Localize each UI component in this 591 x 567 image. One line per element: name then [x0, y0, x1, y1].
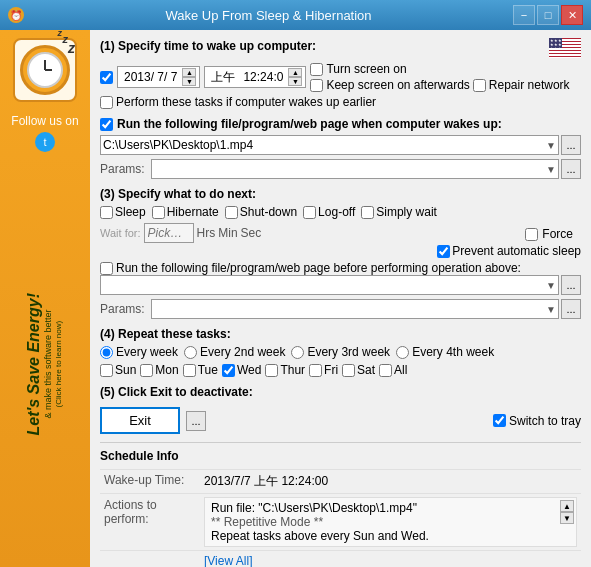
section2-label: Run the following file/program/web page …	[117, 117, 502, 131]
repair-network-checkbox[interactable]	[473, 79, 486, 92]
file-path-combo[interactable]: C:\Users\PK\Desktop\1.mp4 ▼	[100, 135, 559, 155]
logoff-option[interactable]: Log-off	[303, 205, 355, 219]
every-4th-radio[interactable]	[396, 346, 409, 359]
actions-cell: Run file: "C:\Users\PK\Desktop\1.mp4" **…	[200, 494, 581, 551]
date-field[interactable]: 2013/ 7/ 7 ▲ ▼	[117, 66, 200, 88]
day-sun[interactable]: Sun	[100, 363, 136, 377]
repair-network-label: Repair network	[489, 78, 570, 92]
hibernate-checkbox[interactable]	[152, 206, 165, 219]
every-week-option[interactable]: Every week	[100, 345, 178, 359]
run-before-path-row: ▼ ...	[100, 275, 581, 295]
view-all-link[interactable]: [View All]	[204, 554, 252, 567]
every-4th-label: Every 4th week	[412, 345, 494, 359]
save-energy-promo[interactable]: Let's Save Energy! & make this software …	[25, 293, 65, 436]
turn-screen-label: Turn screen on	[326, 62, 406, 76]
run-before-browse-button[interactable]: ...	[561, 275, 581, 295]
hibernate-option[interactable]: Hibernate	[152, 205, 219, 219]
perform-tasks-checkbox[interactable]	[100, 96, 113, 109]
every-2nd-label: Every 2nd week	[200, 345, 285, 359]
day-sat[interactable]: Sat	[342, 363, 375, 377]
time-field[interactable]: 上午 12:24:0 ▲ ▼	[204, 66, 306, 88]
day-fri[interactable]: Fri	[309, 363, 338, 377]
min-label: Min	[218, 226, 237, 240]
section1: (1) Specify time to wake up computer: ★★…	[100, 38, 581, 109]
turn-screen-wrap: Turn screen on	[310, 62, 569, 76]
day-wed[interactable]: Wed	[222, 363, 261, 377]
switch-tray-checkbox[interactable]	[493, 414, 506, 427]
app-icon: ⏰	[8, 7, 24, 23]
date-down-button[interactable]: ▼	[182, 77, 196, 86]
logoff-checkbox[interactable]	[303, 206, 316, 219]
time-spinner[interactable]: ▲ ▼	[288, 68, 302, 86]
perform-tasks-label: Perform these tasks if computer wakes up…	[116, 95, 376, 109]
wait-row: Wait for: Hrs Min Sec Force	[100, 223, 581, 243]
sleep-checkbox[interactable]	[100, 206, 113, 219]
wait-field-input[interactable]	[144, 223, 194, 243]
exit-button[interactable]: Exit	[100, 407, 180, 434]
twitter-icon[interactable]: t	[35, 132, 55, 152]
day-thur[interactable]: Thur	[265, 363, 305, 377]
date-spinner[interactable]: ▲ ▼	[182, 68, 196, 86]
simply-wait-checkbox[interactable]	[361, 206, 374, 219]
date-value: 2013/ 7/ 7	[121, 70, 180, 84]
time-up-button[interactable]: ▲	[288, 68, 302, 77]
sleep-option[interactable]: Sleep	[100, 205, 146, 219]
day-tue[interactable]: Tue	[183, 363, 218, 377]
every-2nd-option[interactable]: Every 2nd week	[184, 345, 285, 359]
shutdown-checkbox[interactable]	[225, 206, 238, 219]
run-before-combo[interactable]: ▼	[100, 275, 559, 295]
run-before-checkbox[interactable]	[100, 262, 113, 275]
force-checkbox[interactable]	[525, 228, 538, 241]
maximize-button[interactable]: □	[537, 5, 559, 25]
exit-ellipsis-button[interactable]: ...	[186, 411, 206, 431]
minimize-button[interactable]: −	[513, 5, 535, 25]
wakeup-time-label: Wake-up Time:	[100, 470, 200, 494]
date-enable-checkbox[interactable]	[100, 71, 113, 84]
force-option[interactable]: Force	[525, 227, 573, 241]
wakeup-row: Wake-up Time: 2013/7/7 上午 12:24:00	[100, 470, 581, 494]
file-path-value: C:\Users\PK\Desktop\1.mp4	[103, 138, 253, 152]
schedule-info-table: Wake-up Time: 2013/7/7 上午 12:24:00 Actio…	[100, 469, 581, 567]
wait-for-label: Wait for:	[100, 227, 141, 239]
close-button[interactable]: ✕	[561, 5, 583, 25]
every-3rd-radio[interactable]	[291, 346, 304, 359]
scroll-up-button[interactable]: ▲	[560, 500, 574, 512]
every-3rd-option[interactable]: Every 3rd week	[291, 345, 390, 359]
simply-wait-option[interactable]: Simply wait	[361, 205, 437, 219]
params-browse-button[interactable]: ...	[561, 159, 581, 179]
params-combo[interactable]: ▼	[151, 159, 559, 179]
keep-screen-checkbox[interactable]	[310, 79, 323, 92]
turn-screen-checkbox[interactable]	[310, 63, 323, 76]
run-before-params-browse-button[interactable]: ...	[561, 299, 581, 319]
window-controls: − □ ✕	[513, 5, 583, 25]
schedule-info: Schedule Info Wake-up Time: 2013/7/7 上午 …	[100, 442, 581, 567]
day-mon[interactable]: Mon	[140, 363, 178, 377]
time-down-button[interactable]: ▼	[288, 77, 302, 86]
every-week-radio[interactable]	[100, 346, 113, 359]
prevent-sleep-checkbox[interactable]	[437, 245, 450, 258]
shutdown-option[interactable]: Shut-down	[225, 205, 297, 219]
every-3rd-label: Every 3rd week	[307, 345, 390, 359]
run-before-params-combo[interactable]: ▼	[151, 299, 559, 319]
prevent-sleep-option[interactable]: Prevent automatic sleep	[437, 244, 581, 258]
date-up-button[interactable]: ▲	[182, 68, 196, 77]
hibernate-label: Hibernate	[167, 205, 219, 219]
schedule-info-title: Schedule Info	[100, 449, 581, 463]
params-row: Params: ▼ ...	[100, 159, 581, 179]
run-file-checkbox[interactable]	[100, 118, 113, 131]
every-4th-option[interactable]: Every 4th week	[396, 345, 494, 359]
section1-label: (1) Specify time to wake up computer:	[100, 39, 316, 53]
section3: (3) Specify what to do next: Sleep Hiber…	[100, 187, 581, 319]
app-logo: z z z	[13, 38, 77, 102]
actions-row: Actions to perform: Run file: "C:\Users\…	[100, 494, 581, 551]
scroll-down-button[interactable]: ▼	[560, 512, 574, 524]
shutdown-label: Shut-down	[240, 205, 297, 219]
logoff-label: Log-off	[318, 205, 355, 219]
file-browse-button[interactable]: ...	[561, 135, 581, 155]
run-before-params-label: Params:	[100, 302, 145, 316]
keep-screen-label: Keep screen on afterwards	[326, 78, 469, 92]
every-2nd-radio[interactable]	[184, 346, 197, 359]
day-all[interactable]: All	[379, 363, 407, 377]
section3-label: (3) Specify what to do next:	[100, 187, 581, 201]
keep-screen-wrap: Keep screen on afterwards Repair network	[310, 78, 569, 92]
